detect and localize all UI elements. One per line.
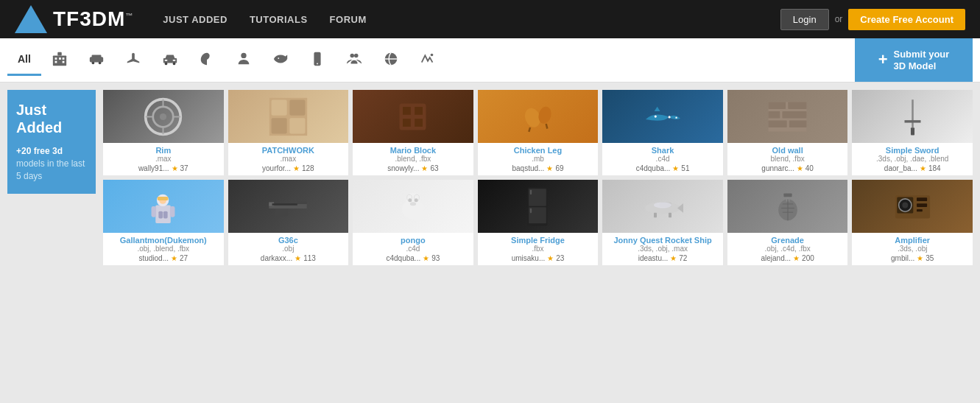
category-misc[interactable] [409,42,446,78]
model-thumb-fridge [478,180,599,233]
model-card-chicken[interactable]: Chicken Leg .mb baqstud... ★ 69 [478,90,599,175]
svg-rect-67 [297,202,307,204]
model-format-g36c: .obj [232,245,345,253]
svg-rect-87 [669,213,671,217]
model-card-patchwork[interactable]: PATCHWORK .max yourfor... ★ 128 [228,90,349,175]
star-icon: ★ [547,254,554,262]
model-meta-sword: daor_ba... ★ 184 [856,164,969,172]
model-format-wall: blend, .fbx [731,155,845,163]
model-meta-fridge: umisaku... ★ 23 [482,254,595,262]
model-card-shark[interactable]: Shark .c4d c4dquba... ★ 51 [602,90,723,175]
login-button[interactable]: Login [780,9,829,30]
svg-rect-50 [788,102,806,108]
category-mobile[interactable] [299,42,336,78]
svg-rect-51 [769,111,780,118]
model-card-jonny[interactable]: Jonny Quest Rocket Ship .3ds, .obj, .max… [602,180,723,265]
svg-rect-8 [91,55,101,59]
model-card-gallant[interactable]: Gallantmon(Dukemon) .obj, .blend, .fbx s… [103,180,224,265]
model-name-chicken: Chicken Leg [482,146,595,155]
nav-tutorials[interactable]: TUTORIALS [250,14,308,25]
svg-point-88 [654,203,671,208]
model-meta-rim: wally91... ★ 37 [107,164,220,172]
star-icon: ★ [423,254,429,262]
model-thumb-g36c [228,180,349,233]
nav-just-added[interactable]: JUST ADDED [163,14,228,25]
submit-model-button[interactable]: + Submit your3D Model [855,38,973,82]
svg-point-47 [675,116,677,118]
model-format-fridge: .fbx [482,245,595,253]
model-card-g36c[interactable]: G36c .obj darkaxx... ★ 113 [228,180,349,265]
model-card-sword[interactable]: Simple Sword .3ds, .obj, .dae, .blend da… [852,90,973,175]
category-nature[interactable] [188,42,225,78]
svg-point-10 [99,62,102,65]
model-format-pongo: .c4d [356,245,470,253]
category-bar: All + Submit your3D Model [0,38,980,83]
svg-rect-3 [59,57,61,60]
model-card-pongo[interactable]: pongo .c4d c4dquba... ★ 93 [353,180,473,265]
model-name-sword: Simple Sword [856,146,969,155]
model-info-fridge: Simple Fridge .fbx umisaku... ★ 23 [478,233,599,265]
svg-point-16 [241,53,246,58]
svg-rect-100 [917,197,927,201]
category-fish[interactable] [262,42,299,78]
svg-rect-6 [63,61,65,63]
svg-point-12 [165,63,168,66]
model-thumb-shark [602,90,723,143]
model-card-rim[interactable]: Rim .max wally91... ★ 37 [103,90,224,175]
category-buildings[interactable] [41,42,78,78]
star-icon: ★ [293,164,300,172]
model-thumb-sword [852,90,973,143]
nav-forum[interactable]: FORUM [330,14,367,25]
model-thumb-patchwork [228,90,349,143]
svg-rect-60 [159,211,163,218]
model-card-mario[interactable]: Mario Block .blend, .fbx snowyly... ★ 63 [353,90,473,175]
submit-label: Submit your3D Model [894,49,950,71]
logo-text: TF3DM™ [53,7,133,31]
svg-rect-35 [289,118,305,133]
model-meta-jonny: ideastu... ★ 72 [606,254,719,262]
category-characters[interactable] [225,42,262,78]
model-info-wall: Old wall blend, .fbx gunnarc... ★ 40 [727,143,848,175]
svg-rect-52 [783,111,807,118]
model-card-grenade[interactable]: Grenade .obj, .c4d, .fbx alejand... ★ 20… [727,180,848,265]
logo-area: TF3DM™ [15,5,133,33]
model-name-rim: Rim [107,146,220,155]
model-thumb-jonny [602,180,723,233]
svg-rect-81 [530,189,532,194]
model-meta-mario: snowyly... ★ 63 [356,164,470,172]
svg-point-45 [654,115,656,117]
category-sports[interactable] [373,42,409,78]
model-name-patchwork: PATCHWORK [232,146,345,155]
or-text: or [835,14,843,24]
model-meta-g36c: darkaxx... ★ 113 [232,254,345,262]
category-people[interactable] [336,42,373,78]
svg-rect-1 [57,52,62,56]
model-name-wall: Old wall [731,146,845,155]
model-card-fridge[interactable]: Simple Fridge .fbx umisaku... ★ 23 [478,180,599,265]
svg-rect-37 [403,107,411,115]
model-card-wall[interactable]: Old wall blend, .fbx gunnarc... ★ 40 [727,90,848,175]
category-cars[interactable] [152,42,188,78]
model-name-mario: Mario Block [356,146,470,155]
svg-rect-62 [152,206,157,217]
svg-rect-4 [63,57,65,60]
category-vehicles[interactable] [78,42,115,78]
star-icon: ★ [917,254,923,262]
star-icon: ★ [421,164,428,172]
model-row-1: Rim .max wally91... ★ 37 PATCHWORK .max [103,90,973,175]
category-aircraft[interactable] [115,42,152,78]
star-icon: ★ [670,254,677,262]
model-card-amplifier[interactable]: Amplifier .3ds, .obj gmbil... ★ 35 [852,180,973,265]
model-thumb-wall [727,90,848,143]
main-content: Just Added +20 free 3d models in the las… [0,83,980,277]
category-all[interactable]: All [7,44,41,76]
create-account-button[interactable]: Create Free Account [848,9,965,30]
model-info-shark: Shark .c4d c4dquba... ★ 51 [602,143,723,175]
model-thumb-mario [353,90,473,143]
svg-point-17 [278,57,279,59]
model-info-sword: Simple Sword .3ds, .obj, .dae, .blend da… [852,143,973,175]
model-meta-amplifier: gmbil... ★ 35 [856,254,969,262]
model-format-shark: .c4d [606,155,719,163]
sidebar: Just Added +20 free 3d models in the las… [7,90,96,270]
svg-rect-39 [403,119,411,127]
